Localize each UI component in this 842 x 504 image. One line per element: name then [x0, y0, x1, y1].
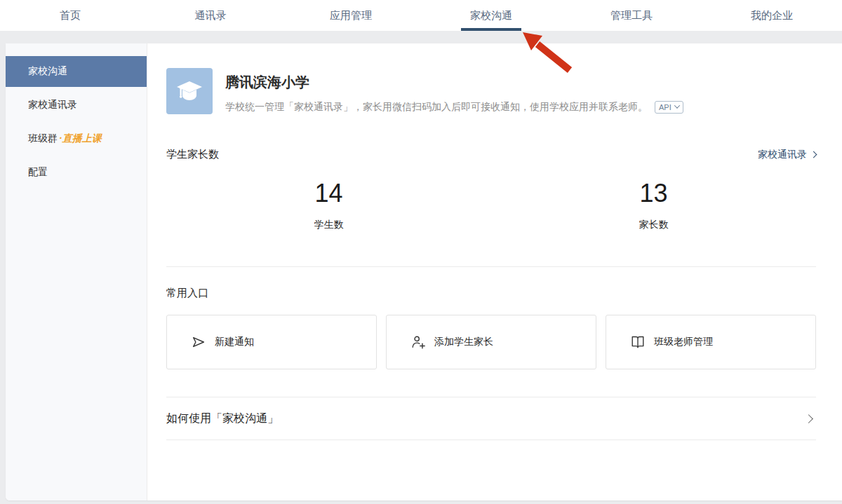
nav-item-home[interactable]: 首页 — [0, 0, 140, 31]
how-to-use-row[interactable]: 如何使用「家校沟通」 — [166, 397, 816, 440]
sidebar-item-label: 家校通讯录 — [28, 99, 77, 111]
nav-item-label: 首页 — [60, 9, 81, 22]
sidebar-item-class-group[interactable]: 班级群 ·直播上课 — [6, 123, 147, 154]
sidebar-item-home-school[interactable]: 家校沟通 — [6, 56, 147, 87]
stat-value: 14 — [166, 179, 491, 207]
section-divider — [166, 266, 816, 267]
shortcut-label: 添加学生家长 — [434, 336, 493, 348]
nav-item-admin-tools[interactable]: 管理工具 — [561, 0, 702, 31]
send-icon — [191, 334, 206, 350]
shortcut-cards: 新建通知 添加学生家长 班级老师管理 — [166, 315, 816, 369]
nav-item-label: 通讯录 — [195, 9, 227, 22]
stat-parents: 13 家长数 — [491, 179, 816, 231]
stat-label: 家长数 — [491, 219, 816, 231]
nav-item-label: 应用管理 — [330, 9, 372, 22]
sidebar-item-contacts[interactable]: 家校通讯录 — [6, 90, 147, 121]
app-container: 家校沟通 家校通讯录 班级群 ·直播上课 配置 腾讯滨海小学 学校统一管理「家 — [6, 43, 842, 500]
school-name: 腾讯滨海小学 — [225, 73, 683, 92]
person-add-icon — [410, 334, 426, 350]
school-description-text: 学校统一管理「家校通讯录」，家长用微信扫码加入后即可接收通知，使用学校应用并联系… — [225, 101, 648, 114]
how-to-use-label: 如何使用「家校沟通」 — [166, 411, 279, 426]
stats-row: 14 学生数 13 家长数 — [166, 179, 816, 231]
book-icon — [630, 334, 646, 350]
stats-section-title: 学生家长数 — [166, 148, 219, 161]
nav-item-contacts[interactable]: 通讯录 — [140, 0, 281, 31]
class-teacher-mgmt-card[interactable]: 班级老师管理 — [606, 315, 816, 369]
chevron-down-icon — [674, 102, 679, 108]
sidebar: 家校沟通 家校通讯录 班级群 ·直播上课 配置 — [6, 43, 147, 500]
sidebar-item-label: 家校沟通 — [28, 65, 67, 78]
nav-item-home-school[interactable]: 家校沟通 — [421, 0, 561, 31]
chevron-right-icon — [810, 151, 817, 158]
shortcut-label: 新建通知 — [215, 336, 254, 348]
stat-label: 学生数 — [166, 219, 491, 231]
nav-item-my-company[interactable]: 我的企业 — [702, 0, 842, 31]
sidebar-item-label: 班级群 — [28, 132, 58, 145]
top-nav: 首页 通讯录 应用管理 家校沟通 管理工具 我的企业 — [0, 0, 842, 31]
nav-item-apps[interactable]: 应用管理 — [281, 0, 421, 31]
chevron-right-icon — [804, 414, 813, 423]
stat-value: 13 — [491, 179, 816, 207]
nav-item-label: 家校沟通 — [470, 9, 512, 22]
live-class-badge: ·直播上课 — [59, 132, 102, 145]
nav-item-label: 我的企业 — [751, 9, 793, 22]
shortcuts-section-title: 常用入口 — [166, 287, 816, 300]
sidebar-item-label: 配置 — [28, 166, 48, 179]
stat-students: 14 学生数 — [166, 179, 491, 231]
add-student-parent-card[interactable]: 添加学生家长 — [386, 315, 596, 369]
school-description: 学校统一管理「家校通讯录」，家长用微信扫码加入后即可接收通知，使用学校应用并联系… — [225, 101, 683, 114]
school-header: 腾讯滨海小学 学校统一管理「家校通讯录」，家长用微信扫码加入后即可接收通知，使用… — [166, 68, 816, 114]
nav-item-label: 管理工具 — [610, 9, 653, 22]
main-content: 腾讯滨海小学 学校统一管理「家校通讯录」，家长用微信扫码加入后即可接收通知，使用… — [147, 43, 842, 500]
school-meta: 腾讯滨海小学 学校统一管理「家校通讯录」，家长用微信扫码加入后即可接收通知，使用… — [225, 68, 683, 114]
shortcut-label: 班级老师管理 — [654, 336, 713, 348]
stats-header: 学生家长数 家校通讯录 — [166, 148, 816, 161]
sidebar-item-config[interactable]: 配置 — [6, 157, 147, 188]
active-tab-underline — [461, 28, 521, 31]
new-notice-card[interactable]: 新建通知 — [166, 315, 377, 369]
graduation-cap-icon — [166, 68, 213, 114]
api-dropdown-badge[interactable]: API — [655, 101, 683, 114]
contacts-link[interactable]: 家校通讯录 — [758, 149, 816, 161]
